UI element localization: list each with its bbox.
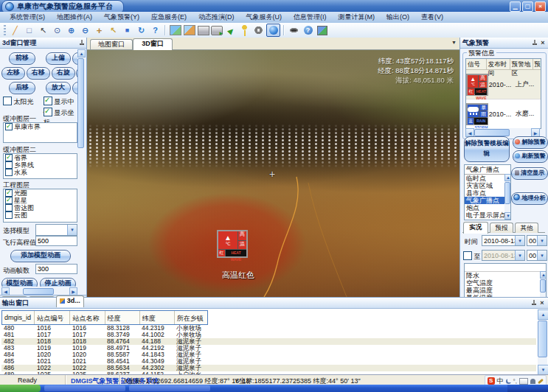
list-item[interactable]: 雷达图 [4, 204, 77, 211]
list-item[interactable]: 炮点 [465, 204, 510, 211]
checkbox-icon[interactable] [5, 154, 13, 161]
zoom-window-icon[interactable] [23, 24, 35, 36]
tab-map-window[interactable]: 地图窗口 [90, 39, 133, 49]
broadcast-point-list[interactable]: 气象广播点 临时点 灾害区域 县市点 气象广播点 炮点 电子显示屏点 ▲ ▼ [464, 164, 511, 220]
model-animation-button[interactable]: 模型动画 [1, 278, 38, 287]
list-item[interactable]: 星星 [4, 197, 77, 204]
punctuation-icon[interactable]: °, [513, 378, 517, 385]
pointer-icon[interactable] [107, 24, 119, 36]
full-extent-icon[interactable] [121, 24, 133, 36]
menu-weather-service[interactable]: 气象服务(U) [241, 12, 288, 23]
list-item[interactable]: 云图 [4, 211, 77, 219]
list-item[interactable]: 县市点 [465, 189, 510, 197]
move-forward-button[interactable]: 前移 [9, 52, 35, 65]
edit-warning-template-button[interactable]: 解除预警模板编辑 [464, 136, 510, 162]
move-right-button[interactable]: 右移 [27, 67, 50, 80]
globe-3d-icon[interactable] [266, 24, 280, 37]
list-item[interactable]: 阜康市界 [4, 123, 77, 130]
scroll-thumb[interactable] [77, 58, 84, 148]
chevron-down-icon[interactable]: ▼ [537, 236, 547, 245]
scroll-thumb[interactable] [23, 288, 54, 295]
menu-map-ops[interactable]: 地图操作(A) [52, 12, 97, 23]
ruler-icon[interactable] [9, 24, 21, 36]
left-panel-hscrollbar[interactable]: ◀ ▶ [1, 287, 77, 294]
chevron-down-icon[interactable]: ▼ [451, 40, 457, 45]
table-row[interactable]: 4821018101888.476444.188滋泥泉子 [1, 338, 536, 345]
scroll-thumb[interactable] [538, 321, 547, 357]
list-item[interactable]: 临时点 [465, 175, 510, 182]
wrench-icon[interactable] [538, 378, 544, 383]
taskbar-window-button[interactable] [44, 385, 125, 391]
select-icon[interactable] [37, 24, 49, 36]
list-item[interactable]: 光圈 [4, 189, 77, 197]
col-longitude[interactable]: 经度 [105, 311, 140, 324]
chevron-down-icon[interactable]: ▼ [67, 225, 77, 235]
col-signal[interactable]: 信号 [466, 59, 487, 69]
element-list[interactable]: 降水 空气温度 最高温度 最低温度 地表温度 ▲ [464, 263, 547, 298]
menu-output[interactable]: 输出(O) [381, 12, 415, 23]
output-vscrollbar[interactable]: ▲ ▼ [538, 309, 547, 375]
menu-weather-warning[interactable]: 气象预警(Y) [99, 12, 145, 23]
scroll-thumb[interactable] [474, 129, 510, 136]
menu-emergency[interactable]: 应急服务(E) [146, 12, 192, 23]
user-icon[interactable] [530, 379, 535, 384]
to-hour-select[interactable]: 00▼ [527, 250, 547, 261]
table-row[interactable]: 4841020102088.558744.1843滋泥泉子 [1, 351, 536, 358]
help-icon[interactable] [302, 24, 314, 36]
restore-button[interactable]: ▢ [522, 1, 533, 12]
scroll-up-icon[interactable]: ▲ [538, 309, 548, 320]
warning-row-heat[interactable]: ▲℃ 高温 红HEAT WAVE 2010-... 上户... [466, 70, 541, 99]
menu-measure[interactable]: 测量计算(M) [333, 12, 381, 23]
to-checkbox[interactable]: 至 [463, 251, 481, 262]
zoom-pointer-icon[interactable] [51, 24, 63, 36]
list-item-selected[interactable]: 气象广播点 [465, 197, 510, 204]
flight-height-input[interactable] [35, 236, 77, 246]
close-icon[interactable]: × [538, 299, 546, 307]
scroll-down-icon[interactable]: ▼ [538, 365, 548, 375]
table-row[interactable]: 4831019101988.497144.2192滋泥泉子 [1, 345, 536, 351]
settings-icon[interactable] [252, 24, 265, 36]
hour-select[interactable]: 00▼ [527, 235, 547, 246]
col-extra[interactable]: 预 [533, 59, 541, 69]
print-preview-icon[interactable] [211, 26, 223, 35]
element-list-vscrollbar[interactable]: ▲ [540, 271, 546, 298]
rotate-right-button[interactable]: 右旋 [52, 67, 75, 80]
model-select[interactable]: ▼ [35, 224, 77, 236]
scroll-up-icon[interactable]: ▲ [540, 271, 547, 279]
col-township[interactable]: 所在乡镇 [175, 311, 207, 324]
sunlight-checkbox[interactable]: 太阳光 [3, 97, 34, 107]
list-item[interactable]: 灾害区域 [465, 182, 510, 189]
identify-icon[interactable] [149, 24, 162, 36]
list-item[interactable]: 降水 [465, 272, 546, 279]
pin-icon[interactable] [79, 40, 84, 46]
tab-3d-window[interactable]: 3D窗口 [133, 38, 173, 50]
keyboard-icon[interactable] [519, 378, 528, 385]
close-icon[interactable]: × [539, 39, 547, 46]
col-latitude[interactable]: 纬度 [140, 311, 175, 324]
scroll-down-icon[interactable]: ▼ [504, 212, 511, 220]
pin-icon[interactable] [532, 40, 537, 46]
date-select[interactable]: 2010-08-13▼ [482, 235, 525, 246]
close-button[interactable]: × [535, 1, 546, 12]
frame-count-input[interactable] [35, 264, 77, 274]
menu-view[interactable]: 查看(V) [416, 12, 448, 23]
col-area[interactable]: 预警地区 [510, 59, 533, 69]
menu-system[interactable]: 系统管理(S) [4, 12, 50, 23]
tilt-down-button[interactable]: 下偏 [72, 52, 77, 65]
scroll-thumb[interactable] [504, 182, 510, 204]
scroll-up-icon[interactable]: ▲ [504, 174, 511, 181]
checkbox-icon[interactable] [44, 97, 52, 105]
remove-warning-button[interactable]: 解除预警 [513, 136, 548, 149]
image-icon[interactable] [170, 25, 181, 35]
project-layers-list[interactable]: 光圈 星星 雷达图 云图 [3, 189, 77, 223]
list-item[interactable]: 省界 [4, 154, 77, 161]
chevron-down-icon[interactable]: ▼ [515, 251, 524, 260]
list-item[interactable]: 水系 [4, 169, 77, 176]
col-time[interactable]: 发布时间 [487, 59, 510, 69]
app-tool-icon[interactable] [317, 26, 327, 35]
add-model-animation-button[interactable]: 添加模型动画 [10, 250, 71, 262]
scroll-thumb[interactable] [540, 279, 546, 293]
tilt-up-button[interactable]: 上偏 [46, 52, 71, 65]
scroll-up-icon[interactable]: ▲ [77, 49, 86, 57]
visibility-icon[interactable] [288, 24, 300, 36]
